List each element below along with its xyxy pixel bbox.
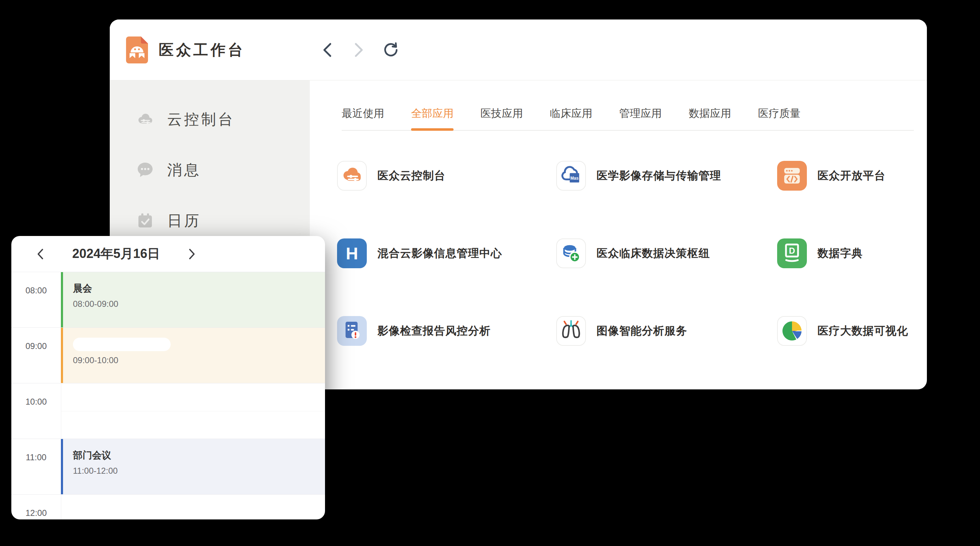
- time-label: 10:00: [11, 383, 61, 407]
- back-button[interactable]: [319, 42, 335, 58]
- cloud-storage-icon: Mas: [557, 161, 585, 191]
- app-label: 医学影像存储与传输管理: [597, 168, 721, 183]
- app-label: 医疗大数据可视化: [818, 324, 908, 338]
- event-morning-meeting[interactable]: 晨会 08:00-09:00: [61, 272, 325, 327]
- app-label: 图像智能分析服务: [597, 324, 687, 338]
- calendar-check-icon: [137, 212, 154, 229]
- app-clinical-data-hub[interactable]: 医众临床数据决策枢纽: [556, 238, 777, 268]
- forward-button[interactable]: [351, 42, 367, 58]
- event-redacted[interactable]: 09:00-10:00: [61, 328, 325, 383]
- calendar-header: 2024年5月16日: [11, 236, 325, 272]
- chevron-left-icon: [36, 247, 45, 260]
- sidebar-item-cloud-console[interactable]: 云控制台: [110, 94, 310, 145]
- code-window-icon: [777, 161, 807, 191]
- refresh-button[interactable]: [383, 42, 399, 58]
- time-label: 08:00: [11, 272, 61, 295]
- redacted-event-title: [73, 338, 171, 351]
- chevron-left-icon: [322, 42, 332, 58]
- app-label: 影像检查报告风控分析: [377, 324, 491, 338]
- time-label: 09:00: [11, 328, 61, 351]
- event-title: 晨会: [73, 282, 325, 295]
- tab-medical-quality[interactable]: 医疗质量: [758, 106, 800, 130]
- app-label: 医众临床数据决策枢纽: [597, 246, 710, 261]
- app-label: 医众云控制台: [377, 168, 445, 183]
- app-label: 数据字典: [818, 246, 863, 261]
- chevron-right-icon: [187, 247, 197, 260]
- refresh-icon: [383, 42, 399, 58]
- tab-all-apps[interactable]: 全部应用: [411, 106, 453, 130]
- lungs-icon: [557, 316, 585, 346]
- app-big-data-visualization[interactable]: 医疗大数据可视化: [777, 316, 927, 346]
- app-logo-icon: [126, 37, 148, 64]
- app-label: 混合云影像信息管理中心: [377, 246, 502, 261]
- cloud-settings-icon: [137, 111, 154, 128]
- report-alert-icon: [337, 316, 367, 346]
- calendar-day-grid: 08:00 09:00 10:00 11:00 12:00 晨会 08:00-0…: [11, 272, 325, 519]
- content-area: 最近使用 全部应用 医技应用 临床应用 管理应用 数据应用 医疗质量: [310, 80, 927, 389]
- window-header: 医众工作台: [110, 19, 927, 80]
- app-label: 医众开放平台: [818, 168, 886, 183]
- app-hybrid-cloud-imaging[interactable]: H 混合云影像信息管理中心: [337, 238, 556, 268]
- app-title: 医众工作台: [159, 40, 245, 60]
- sidebar-item-messages[interactable]: 消息: [110, 145, 310, 195]
- app-image-ai-analysis[interactable]: 图像智能分析服务: [556, 316, 777, 346]
- database-plus-icon: [557, 238, 585, 268]
- event-title: 部门会议: [73, 449, 325, 462]
- tab-medtech-apps[interactable]: 医技应用: [480, 106, 523, 130]
- event-time: 11:00-12:00: [73, 466, 325, 476]
- dictionary-book-icon: D: [777, 238, 807, 268]
- app-open-platform[interactable]: 医众开放平台: [777, 161, 927, 191]
- app-image-storage[interactable]: Mas 医学影像存储与传输管理: [556, 161, 777, 191]
- sidebar-item-label: 消息: [167, 160, 201, 180]
- calendar-prev-button[interactable]: [33, 247, 48, 261]
- calendar-next-button[interactable]: [185, 247, 199, 261]
- app-cloud-console[interactable]: 医众云控制台: [337, 161, 556, 191]
- event-time: 09:00-10:00: [73, 355, 325, 365]
- event-time: 08:00-09:00: [73, 299, 325, 309]
- chevron-right-icon: [354, 42, 364, 58]
- tab-recent[interactable]: 最近使用: [342, 106, 384, 130]
- d-badge: D: [789, 246, 795, 255]
- sidebar-item-label: 日历: [167, 211, 201, 231]
- app-grid: 医众云控制台 Mas 医学影像存储与传输管理: [337, 161, 927, 346]
- pie-chart-icon: [783, 321, 802, 340]
- event-department-meeting[interactable]: 部门会议 11:00-12:00: [61, 439, 325, 494]
- time-label: 12:00: [11, 495, 61, 518]
- calendar-panel: 2024年5月16日 08:00 09:00 10:00 11:00 12:00…: [11, 236, 325, 519]
- tab-bar: 最近使用 全部应用 医技应用 临床应用 管理应用 数据应用 医疗质量: [342, 106, 914, 131]
- tab-clinical-apps[interactable]: 临床应用: [550, 106, 592, 130]
- sidebar-item-label: 云控制台: [167, 110, 235, 129]
- calendar-date: 2024年5月16日: [48, 245, 185, 263]
- tab-management-apps[interactable]: 管理应用: [619, 106, 662, 130]
- app-report-risk-analysis[interactable]: 影像检查报告风控分析: [337, 316, 556, 346]
- app-data-dictionary[interactable]: D 数据字典: [777, 238, 927, 268]
- hospital-h-icon: H: [346, 244, 358, 263]
- message-bubble-icon: [137, 161, 154, 179]
- tab-data-apps[interactable]: 数据应用: [689, 106, 731, 130]
- cloud-sliders-icon: [338, 161, 366, 191]
- mas-badge: Mas: [570, 176, 579, 181]
- time-label: 11:00: [11, 439, 61, 462]
